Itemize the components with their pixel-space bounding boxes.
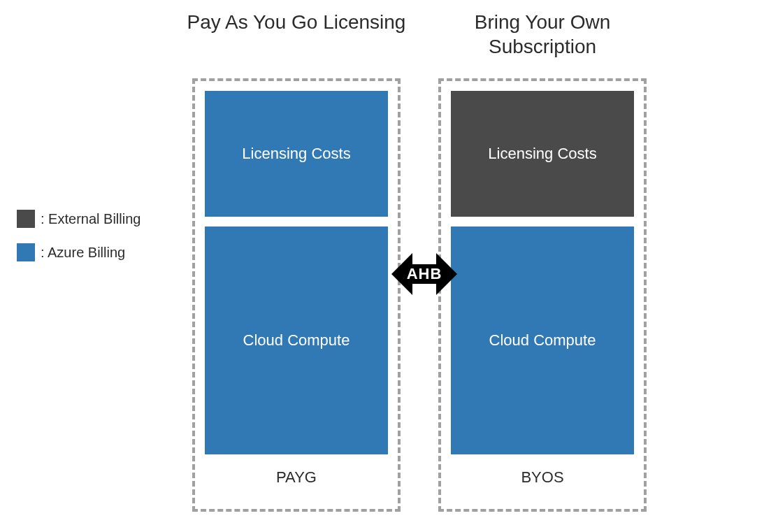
byos-footer: BYOS xyxy=(451,464,634,487)
pillar-payg: Licensing Costs Cloud Compute PAYG xyxy=(192,78,401,512)
title-byos: Bring Your Own Subscription xyxy=(431,10,654,59)
byos-compute-block: Cloud Compute xyxy=(451,227,634,454)
legend-label-azure: : Azure Billing xyxy=(41,245,125,261)
byos-licensing-block: Licensing Costs xyxy=(451,91,634,217)
legend: : External Billing : Azure Billing xyxy=(17,210,140,277)
legend-item-azure: : Azure Billing xyxy=(17,243,140,261)
legend-label-external: : External Billing xyxy=(41,211,140,227)
legend-item-external: : External Billing xyxy=(17,210,140,228)
swatch-azure xyxy=(17,243,35,261)
payg-compute-block: Cloud Compute xyxy=(205,227,388,454)
payg-licensing-block: Licensing Costs xyxy=(205,91,388,217)
ahb-connector: AHB xyxy=(391,249,457,299)
pillar-byos: Licensing Costs Cloud Compute BYOS xyxy=(438,78,647,512)
swatch-external xyxy=(17,210,35,228)
ahb-label: AHB xyxy=(407,265,442,283)
title-payg: Pay As You Go Licensing xyxy=(185,10,408,34)
diagram-canvas: Pay As You Go Licensing Bring Your Own S… xyxy=(0,0,771,532)
payg-footer: PAYG xyxy=(205,464,388,487)
